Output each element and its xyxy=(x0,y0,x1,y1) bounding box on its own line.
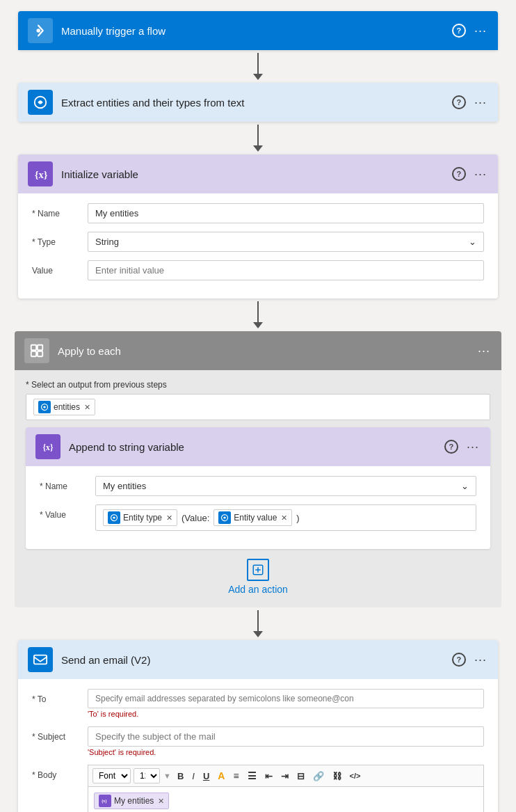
entities-chip: entities ✕ xyxy=(33,399,95,415)
indent-right-btn[interactable]: ⇥ xyxy=(278,770,291,783)
ai-card: Extract entities and their types from te… xyxy=(18,83,498,122)
code-btn[interactable]: </> xyxy=(347,770,364,781)
append-variable-actions: ? ··· xyxy=(444,440,481,454)
svg-rect-5 xyxy=(31,351,36,356)
init-variable-header: {x} Initialize variable ? ··· xyxy=(18,154,498,193)
apply-each-more-btn[interactable]: ··· xyxy=(476,344,492,358)
to-input[interactable] xyxy=(88,689,484,708)
body-chip-close[interactable]: ✕ xyxy=(158,797,164,806)
init-variable-card: {x} Initialize variable ? ··· * Name * T… xyxy=(18,154,498,298)
entities-chip-close[interactable]: ✕ xyxy=(84,403,90,412)
align-btn[interactable]: ⊟ xyxy=(294,770,307,783)
font-select[interactable]: Font xyxy=(92,768,131,783)
type-dropdown-arrow: ⌄ xyxy=(469,237,476,247)
value-middle-text: (Value: xyxy=(182,513,209,523)
append-value-row: * Value Entity type ✕ xyxy=(40,504,476,531)
connector-2 xyxy=(253,125,263,152)
append-name-select[interactable]: My entities ⌄ xyxy=(95,476,476,496)
append-value-label: * Value xyxy=(40,504,95,520)
add-action-button[interactable]: Add an action xyxy=(228,559,288,595)
append-variable-body: * Name My entities ⌄ * Value xyxy=(26,466,490,549)
highlight-btn[interactable]: A xyxy=(215,769,227,783)
trigger-help-btn[interactable]: ? xyxy=(452,24,466,38)
trigger-more-btn[interactable]: ··· xyxy=(473,24,488,38)
to-label: * To xyxy=(32,689,88,704)
bold-btn[interactable]: B xyxy=(175,770,186,783)
entity-value-close[interactable]: ✕ xyxy=(281,514,287,523)
value-label: Value xyxy=(32,260,88,276)
type-select[interactable]: String ⌄ xyxy=(88,232,484,252)
init-variable-body: * Name * Type String ⌄ Value xyxy=(18,193,498,298)
variable-icon: {x} xyxy=(28,161,53,186)
ai-card-header: Extract entities and their types from te… xyxy=(18,83,498,122)
subject-label: * Subject xyxy=(32,726,88,742)
svg-rect-3 xyxy=(31,345,36,350)
body-toolbar: Font 12 ▼ B I U A ≡ ☰ ⇤ ⇥ ⊟ xyxy=(88,765,484,786)
append-variable-more-btn[interactable]: ··· xyxy=(465,440,481,454)
ai-icon xyxy=(28,90,53,115)
send-email-title: Send an email (V2) xyxy=(61,654,452,666)
append-variable-card: {x} Append to string variable ? ··· * Na… xyxy=(26,427,490,549)
ai-help-btn[interactable]: ? xyxy=(452,95,466,109)
ai-more-btn[interactable]: ··· xyxy=(473,95,488,110)
entity-type-chip: Entity type ✕ xyxy=(103,509,177,526)
select-output-row: * Select an output from previous steps e… xyxy=(26,380,490,420)
name-input[interactable] xyxy=(88,203,484,223)
apply-each-actions: ··· xyxy=(476,344,492,358)
value-end-text: ) xyxy=(296,513,299,523)
send-email-help-btn[interactable]: ? xyxy=(452,653,466,667)
entity-type-close[interactable]: ✕ xyxy=(166,514,172,523)
init-variable-help-btn[interactable]: ? xyxy=(452,167,466,181)
indent-left-btn[interactable]: ⇤ xyxy=(262,770,275,783)
ai-title: Extract entities and their types from te… xyxy=(61,97,452,109)
name-row: * Name xyxy=(32,203,484,223)
subject-input[interactable] xyxy=(88,726,484,747)
type-label: * Type xyxy=(32,232,88,247)
font-size-select[interactable]: 12 xyxy=(134,768,160,783)
apply-each-header: Apply to each ··· xyxy=(15,331,501,370)
name-label: * Name xyxy=(32,203,88,218)
email-icon xyxy=(28,647,53,672)
apply-each-body: * Select an output from previous steps e… xyxy=(15,370,501,607)
body-chip-label: My entities xyxy=(114,796,154,806)
append-variable-header: {x} Append to string variable ? ··· xyxy=(26,427,490,466)
italic-btn[interactable]: I xyxy=(189,770,197,783)
ai-actions: ? ··· xyxy=(452,95,488,110)
apply-each-card: Apply to each ··· * Select an output fro… xyxy=(15,331,501,607)
svg-rect-6 xyxy=(38,351,42,356)
subject-row: * Subject 'Subject' is required. xyxy=(32,726,484,756)
init-variable-actions: ? ··· xyxy=(452,167,488,182)
underline-btn[interactable]: U xyxy=(200,770,212,783)
body-content-area[interactable]: {x} My entities ✕ xyxy=(88,786,484,812)
subject-error: 'Subject' is required. xyxy=(88,748,484,756)
append-name-value: My entities xyxy=(103,481,146,491)
value-input[interactable] xyxy=(88,260,484,280)
to-error: 'To' is required. xyxy=(88,710,484,718)
body-label: * Body xyxy=(32,765,88,780)
ordered-list-btn[interactable]: ☰ xyxy=(245,769,259,783)
send-email-header: Send an email (V2) ? ··· xyxy=(18,640,498,679)
svg-text:{x}: {x} xyxy=(43,443,54,452)
svg-rect-4 xyxy=(38,345,42,350)
append-variable-help-btn[interactable]: ? xyxy=(444,440,458,454)
output-input-box[interactable]: entities ✕ xyxy=(26,394,490,420)
bullet-list-btn[interactable]: ≡ xyxy=(230,769,241,783)
entity-value-chip: Entity value ✕ xyxy=(213,509,292,526)
append-variable-icon: {x} xyxy=(35,434,61,459)
init-variable-title: Initialize variable xyxy=(61,168,452,180)
connector-4 xyxy=(253,610,263,637)
send-email-actions: ? ··· xyxy=(452,653,488,667)
svg-text:{x}: {x} xyxy=(102,799,107,804)
trigger-card: Manually trigger a flow ? ··· xyxy=(18,11,498,50)
link-btn[interactable]: 🔗 xyxy=(310,770,327,783)
apply-each-title: Apply to each xyxy=(58,345,476,357)
send-email-more-btn[interactable]: ··· xyxy=(473,653,488,667)
body-row: * Body Font 12 ▼ B I U A ≡ xyxy=(32,765,484,812)
trigger-card-header: Manually trigger a flow ? ··· xyxy=(18,11,498,50)
init-variable-more-btn[interactable]: ··· xyxy=(473,167,488,182)
entities-chip-icon xyxy=(38,401,51,413)
add-action-label: Add an action xyxy=(228,584,288,595)
type-value: String xyxy=(95,237,119,247)
send-email-card: Send an email (V2) ? ··· * To 'To' is re… xyxy=(18,640,498,812)
unlink-btn[interactable]: ⛓ xyxy=(330,770,344,783)
